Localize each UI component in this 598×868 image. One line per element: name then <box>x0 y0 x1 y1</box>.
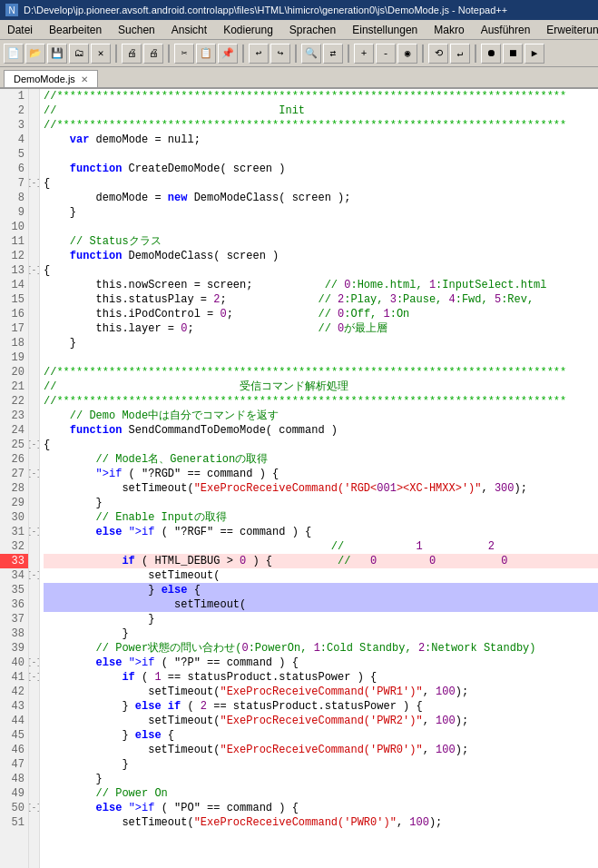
code-line-30[interactable]: // Enable Inputの取得 <box>44 510 598 525</box>
code-line-25[interactable]: { <box>44 438 598 452</box>
code-line-26[interactable]: // Model名、Generationの取得 <box>44 452 598 467</box>
cut-button[interactable]: ✂ <box>174 44 194 64</box>
fold-marker-27[interactable]: [-] <box>29 467 39 481</box>
tab-close-button[interactable]: ✕ <box>81 74 88 84</box>
code-line-10[interactable] <box>44 220 598 234</box>
code-line-51[interactable]: setTimeout("ExeProcReceiveCommand('PWR0'… <box>44 815 598 830</box>
code-line-8[interactable]: demoMode = new DemoModeClass( screen ); <box>44 191 598 205</box>
menu-erweiterungen[interactable]: Erweiterungen <box>543 23 598 37</box>
code-line-12[interactable]: function DemoModeClass( screen ) <box>44 249 598 263</box>
code-line-49[interactable]: // Power On <box>44 786 598 801</box>
code-line-9[interactable]: } <box>44 205 598 220</box>
tab-demomode[interactable]: DemoMode.js ✕ <box>4 70 98 87</box>
code-line-42[interactable]: setTimeout("ExeProcReceiveCommand('PWR1'… <box>44 685 598 699</box>
code-line-11[interactable]: // Statusクラス <box>44 234 598 249</box>
fold-marker-50[interactable]: [-] <box>29 801 39 815</box>
zoom-reset-button[interactable]: ◉ <box>397 44 417 64</box>
code-line-13[interactable]: { <box>44 263 598 278</box>
print-now-button[interactable]: 🖨 <box>143 44 163 64</box>
paste-button[interactable]: 📌 <box>218 44 238 64</box>
code-line-20[interactable]: //**************************************… <box>44 365 598 380</box>
sync-button[interactable]: ⟲ <box>428 44 448 64</box>
zoom-in-button[interactable]: + <box>354 44 374 64</box>
print-button[interactable]: 🖨 <box>122 44 142 64</box>
code-line-23[interactable]: // Demo Mode中は自分でコマンドを返す <box>44 409 598 423</box>
line-number-4: 4 <box>0 133 28 147</box>
code-line-2[interactable]: // Init <box>44 104 598 118</box>
code-area[interactable]: //**************************************… <box>40 89 598 868</box>
fold-marker-34[interactable]: [-] <box>29 568 39 583</box>
zoom-out-button[interactable]: - <box>376 44 396 64</box>
code-line-39[interactable]: // Power状態の問い合わせ(0:PowerOn, 1:Cold Stand… <box>44 641 598 656</box>
code-line-45[interactable]: } else { <box>44 728 598 743</box>
code-line-29[interactable]: } <box>44 496 598 510</box>
code-line-41[interactable]: if ( 1 == statusProduct.statusPower ) { <box>44 670 598 685</box>
code-line-4[interactable]: var demoMode = null; <box>44 133 598 147</box>
save-button[interactable]: 💾 <box>47 44 67 64</box>
editor-area: 1234567891011121314151617181920212223242… <box>0 89 598 868</box>
macro-play-button[interactable]: ▶ <box>524 44 544 64</box>
code-line-31[interactable]: else ">if ( "?RGF" == command ) { <box>44 525 598 539</box>
code-line-32[interactable]: // 1 2 <box>44 539 598 554</box>
code-line-17[interactable]: this.layer = 0; // 0が最上層 <box>44 321 598 336</box>
fold-marker-32 <box>29 539 39 554</box>
code-line-28[interactable]: setTimeout("ExeProcReceiveCommand('RGD<0… <box>44 481 598 496</box>
code-line-40[interactable]: else ">if ( "?P" == command ) { <box>44 656 598 670</box>
menu-bearbeiten[interactable]: Bearbeiten <box>45 23 105 37</box>
macro-stop-button[interactable]: ⏹ <box>503 44 523 64</box>
code-line-21[interactable]: // 受信コマンド解析処理 <box>44 380 598 394</box>
code-line-16[interactable]: this.iPodControl = 0; // 0:Off, 1:On <box>44 307 598 321</box>
code-line-14[interactable]: this.nowScreen = screen; // 0:Home.html,… <box>44 278 598 292</box>
code-line-34[interactable]: setTimeout( <box>44 568 598 583</box>
code-line-35[interactable]: } else { <box>44 583 598 597</box>
fold-marker-41[interactable]: [-] <box>29 670 39 685</box>
redo-button[interactable]: ↪ <box>270 44 290 64</box>
code-line-22[interactable]: //**************************************… <box>44 394 598 409</box>
menu-makro[interactable]: Makro <box>430 23 467 37</box>
code-line-50[interactable]: else ">if ( "PO" == command ) { <box>44 801 598 815</box>
code-line-46[interactable]: setTimeout("ExeProcReceiveCommand('PWR0'… <box>44 743 598 757</box>
code-line-47[interactable]: } <box>44 757 598 772</box>
save-all-button[interactable]: 🗂 <box>69 44 89 64</box>
fold-marker-7[interactable]: [-] <box>29 176 39 191</box>
code-line-27[interactable]: ">if ( "?RGD" == command ) { <box>44 467 598 481</box>
close-button[interactable]: ✕ <box>91 44 111 64</box>
code-line-15[interactable]: this.statusPlay = 2; // 2:Play, 3:Pause,… <box>44 292 598 307</box>
menu-sprachen[interactable]: Sprachen <box>286 23 339 37</box>
macro-rec-button[interactable]: ⏺ <box>481 44 501 64</box>
fold-marker-25[interactable]: [-] <box>29 438 39 452</box>
code-line-36[interactable]: setTimeout( <box>44 597 598 612</box>
copy-button[interactable]: 📋 <box>196 44 216 64</box>
code-line-1[interactable]: //**************************************… <box>44 89 598 104</box>
code-line-3[interactable]: //**************************************… <box>44 118 598 133</box>
code-line-24[interactable]: function SendCommandToDemoMode( command … <box>44 423 598 438</box>
code-line-6[interactable]: function CreateDemoMode( screen ) <box>44 162 598 176</box>
code-line-7[interactable]: { <box>44 176 598 191</box>
new-button[interactable]: 📄 <box>4 44 24 64</box>
fold-marker-31[interactable]: [-] <box>29 525 39 539</box>
menu-kodierung[interactable]: Kodierung <box>220 23 277 37</box>
replace-button[interactable]: ⇄ <box>323 44 343 64</box>
open-button[interactable]: 📂 <box>25 44 45 64</box>
menu-ausfuehren[interactable]: Ausführen <box>477 23 534 37</box>
wrap-button[interactable]: ↵ <box>450 44 470 64</box>
fold-marker-24 <box>29 423 39 438</box>
menu-datei[interactable]: Datei <box>4 23 36 37</box>
code-line-5[interactable] <box>44 147 598 162</box>
menu-einstellungen[interactable]: Einstellungen <box>348 23 421 37</box>
find-button[interactable]: 🔍 <box>301 44 321 64</box>
code-line-33[interactable]: if ( HTML_DEBUG > 0 ) { // 0 0 0 <box>44 554 598 568</box>
code-line-18[interactable]: } <box>44 336 598 350</box>
fold-marker-13[interactable]: [-] <box>29 263 39 278</box>
undo-button[interactable]: ↩ <box>249 44 269 64</box>
menu-ansicht[interactable]: Ansicht <box>168 23 211 37</box>
code-line-19[interactable] <box>44 350 598 365</box>
menu-suchen[interactable]: Suchen <box>114 23 159 37</box>
code-line-44[interactable]: setTimeout("ExeProcReceiveCommand('PWR2'… <box>44 714 598 728</box>
code-line-48[interactable]: } <box>44 772 598 786</box>
fold-marker-40[interactable]: [-] <box>29 656 39 670</box>
code-line-43[interactable]: } else if ( 2 == statusProduct.statusPow… <box>44 699 598 714</box>
fold-marker-43 <box>29 699 39 714</box>
code-line-38[interactable]: } <box>44 626 598 641</box>
code-line-37[interactable]: } <box>44 612 598 626</box>
